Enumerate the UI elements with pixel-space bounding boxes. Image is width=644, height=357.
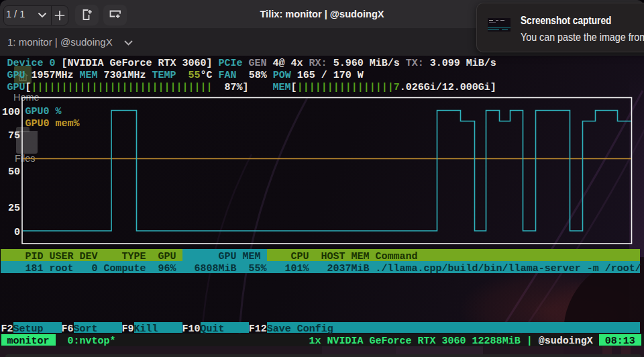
svg-text:75: 75 xyxy=(8,130,20,142)
svg-text:25: 25 xyxy=(8,203,20,214)
svg-text:0: 0 xyxy=(14,227,20,238)
svg-text:50: 50 xyxy=(8,166,20,178)
